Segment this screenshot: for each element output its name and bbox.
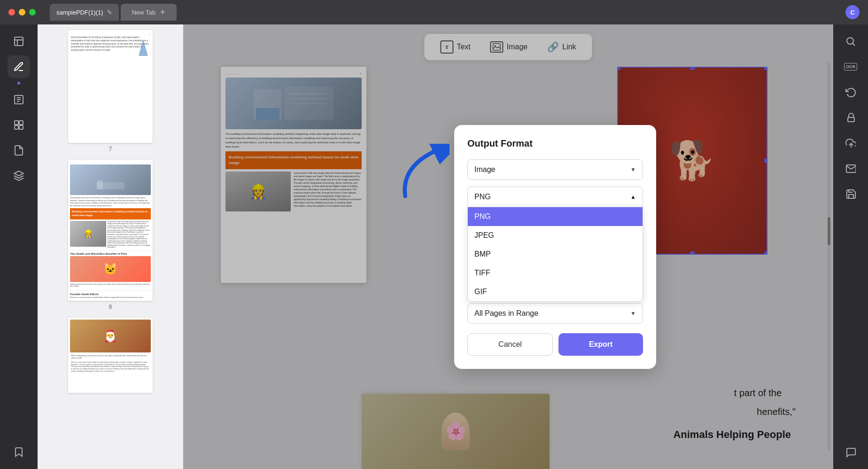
modal-overlay[interactable]: Output Format Image ▼ PNG ▲ PNG JPEG BMP (183, 24, 833, 469)
export-modal: Output Format Image ▼ PNG ▲ PNG JPEG BMP (454, 125, 656, 369)
sidebar-icon-bookmark2[interactable] (8, 441, 30, 463)
thumb-item-9: 🎅 RWT is leading large-scale species to … (45, 318, 176, 393)
thumbnail-panel: 1 laid the foundation for the theory of … (38, 24, 183, 469)
png-dropdown-container: PNG ▲ PNG JPEG BMP TIFF GIF (467, 187, 643, 207)
format-select-value: Image (474, 165, 495, 174)
modal-buttons: Cancel Export (467, 333, 643, 356)
svg-point-24 (847, 38, 853, 44)
svg-rect-0 (15, 37, 23, 46)
right-sidebar-rotate[interactable] (839, 81, 862, 103)
sidebar-icon-bookmark[interactable] (8, 30, 30, 53)
svg-rect-10 (19, 125, 23, 129)
dropdown-option-jpeg[interactable]: JPEG (468, 226, 643, 245)
right-sidebar-lock[interactable] (839, 106, 862, 129)
thumb-page-7[interactable]: 1 laid the foundation for the theory of … (68, 30, 153, 143)
active-indicator (17, 82, 20, 85)
pages-select-value: All Pages in Range (474, 309, 538, 318)
modal-title: Output Format (467, 138, 643, 149)
svg-rect-26 (848, 117, 854, 122)
right-sidebar: OCR (833, 24, 868, 469)
svg-marker-12 (139, 39, 148, 56)
thumb-page-8[interactable]: — — — 1 The building environment informa… (68, 160, 153, 301)
png-dropdown-list: PNG JPEG BMP TIFF GIF (467, 207, 643, 302)
png-dropdown-trigger[interactable]: PNG ▲ (467, 187, 643, 207)
dropdown-option-bmp[interactable]: BMP (468, 245, 643, 264)
minimize-button[interactable] (19, 9, 25, 16)
export-button[interactable]: Export (558, 333, 643, 356)
sidebar-icon-shapes[interactable] (8, 114, 30, 136)
dropdown-option-tiff[interactable]: TIFF (468, 264, 643, 282)
pages-select[interactable]: All Pages in Range ▼ (467, 303, 643, 324)
dropdown-option-png[interactable]: PNG (468, 207, 643, 226)
maximize-button[interactable] (29, 9, 36, 16)
right-sidebar-search[interactable] (839, 30, 862, 53)
cancel-button[interactable]: Cancel (467, 333, 553, 356)
active-tab[interactable]: samplePDF(1)(1) ✎ (50, 4, 119, 21)
right-sidebar-save[interactable] (839, 182, 862, 205)
sidebar-icon-pages[interactable] (8, 139, 30, 162)
page-8-number: 8 (109, 304, 112, 310)
dropdown-option-gif[interactable]: GIF (468, 282, 643, 301)
svg-marker-11 (14, 171, 23, 176)
right-sidebar-ocr[interactable]: OCR (839, 55, 862, 78)
right-sidebar-mail[interactable] (839, 157, 862, 180)
svg-rect-9 (15, 125, 18, 129)
new-tab-label: New Tab (132, 9, 155, 16)
tab-title: samplePDF(1)(1) (56, 9, 103, 16)
sidebar-icon-notes[interactable] (8, 88, 30, 111)
plus-icon[interactable]: + (160, 8, 165, 17)
traffic-lights (8, 9, 36, 16)
page-7-number: 7 (109, 146, 112, 152)
svg-line-25 (853, 44, 855, 46)
png-dropdown-arrow: ▲ (630, 194, 636, 200)
thumb-item-7: 1 laid the foundation for the theory of … (45, 30, 176, 152)
right-sidebar-upload[interactable] (839, 132, 862, 154)
new-tab[interactable]: New Tab + (121, 4, 177, 21)
left-sidebar (0, 24, 38, 469)
edit-icon[interactable]: ✎ (107, 9, 112, 16)
format-select[interactable]: Image ▼ (467, 159, 643, 180)
user-avatar[interactable]: C (845, 5, 860, 19)
format-select-arrow: ▼ (630, 166, 636, 173)
svg-rect-8 (19, 121, 23, 125)
titlebar: samplePDF(1)(1) ✎ New Tab + C (0, 0, 868, 24)
thumb-page-9[interactable]: 🎅 RWT is leading large-scale species to … (68, 318, 153, 393)
thumb-item-8: — — — 1 The building environment informa… (45, 160, 176, 310)
right-sidebar-chat[interactable] (839, 441, 862, 463)
svg-rect-14 (97, 180, 103, 189)
pages-select-arrow: ▼ (630, 310, 636, 317)
main-content: T Text Image 🔗 Link (183, 24, 833, 469)
sidebar-icon-edit[interactable] (8, 55, 30, 78)
app-body: 1 laid the foundation for the theory of … (0, 24, 868, 469)
arrow-pointer (393, 144, 450, 200)
svg-rect-7 (15, 121, 18, 125)
close-button[interactable] (8, 9, 15, 16)
png-selected-value: PNG (474, 193, 491, 201)
sidebar-icon-layers[interactable] (8, 164, 30, 187)
